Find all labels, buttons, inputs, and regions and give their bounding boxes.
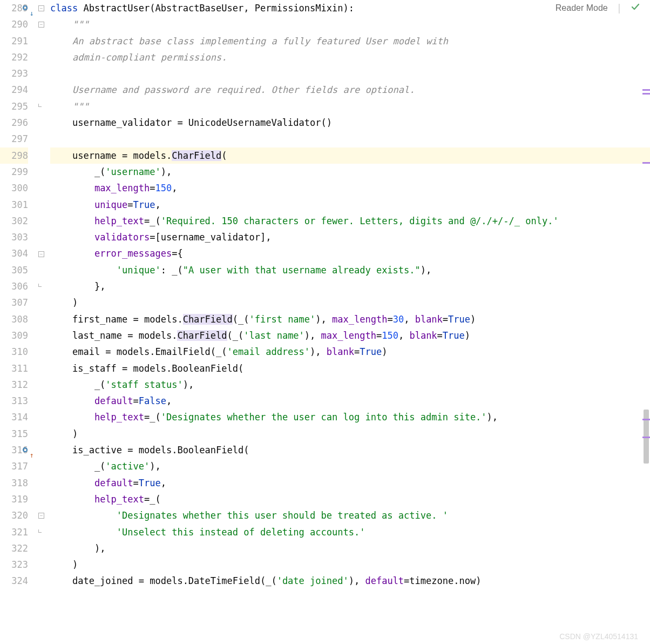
line-number[interactable]: 303: [0, 229, 28, 245]
gutter[interactable]: 2892902912922932942952962972982993003013…: [0, 0, 46, 644]
overrides-gutter-icon[interactable]: [23, 447, 28, 452]
code-token: 'Required. 150 characters or fewer. Lett…: [161, 216, 559, 226]
line-number[interactable]: 292: [0, 49, 28, 65]
code-line[interactable]: ),: [50, 540, 650, 556]
line-number[interactable]: 290: [0, 16, 28, 32]
line-number[interactable]: 296: [0, 115, 28, 131]
line-number[interactable]: 311: [0, 360, 28, 377]
fold-collapse-icon[interactable]: [38, 513, 44, 519]
line-number[interactable]: 306: [0, 278, 28, 294]
line-number[interactable]: 299: [0, 164, 28, 180]
code-line[interactable]: email = models.EmailField(_('email addre…: [50, 344, 650, 360]
code-line[interactable]: validators=[username_validator],: [50, 229, 650, 245]
code-token: CharField: [177, 330, 227, 341]
code-line[interactable]: ): [50, 294, 650, 311]
code-line[interactable]: help_text=_('Designates whether the user…: [50, 409, 650, 425]
line-number[interactable]: 305: [0, 262, 28, 278]
code-line[interactable]: default=False,: [50, 393, 650, 409]
line-number[interactable]: 308: [0, 311, 28, 327]
code-line[interactable]: max_length=150,: [50, 180, 650, 196]
code-line[interactable]: first_name = models.CharField(_('first n…: [50, 311, 650, 327]
line-number[interactable]: 307: [0, 294, 28, 311]
fold-collapse-icon[interactable]: [38, 5, 44, 11]
code-line[interactable]: _('username'),: [50, 164, 650, 180]
code-token: admin-compliant permissions.: [72, 52, 227, 63]
code-token: =: [127, 199, 133, 210]
code-line[interactable]: is_active = models.BooleanField(: [50, 442, 650, 458]
inspection-status-icon[interactable]: [631, 2, 640, 14]
code-line[interactable]: },: [50, 278, 650, 294]
code-line[interactable]: help_text=_('Required. 150 characters or…: [50, 213, 650, 229]
line-number[interactable]: 294: [0, 82, 28, 98]
line-number[interactable]: 291: [0, 33, 28, 49]
line-number[interactable]: 316: [0, 442, 28, 458]
code-line[interactable]: ): [50, 426, 650, 442]
line-number[interactable]: 293: [0, 65, 28, 82]
line-number[interactable]: 312: [0, 377, 28, 393]
line-number[interactable]: 289: [0, 0, 28, 16]
code-line[interactable]: _('staff status'),: [50, 377, 650, 393]
code-token: PermissionsMixin):: [249, 3, 354, 14]
line-number[interactable]: 323: [0, 556, 28, 573]
line-number[interactable]: 320: [0, 507, 28, 524]
code-token: ): [310, 346, 315, 357]
line-number[interactable]: 304: [0, 245, 28, 261]
code-line[interactable]: date_joined = models.DateTimeField(_('da…: [50, 573, 650, 589]
line-number[interactable]: 317: [0, 458, 28, 474]
line-number[interactable]: 302: [0, 213, 28, 229]
code-line[interactable]: 'unique': _("A user with that username a…: [50, 262, 650, 278]
line-number[interactable]: 298: [0, 147, 28, 164]
line-number[interactable]: 322: [0, 540, 28, 556]
line-number[interactable]: 313: [0, 393, 28, 409]
line-number[interactable]: 301: [0, 197, 28, 213]
implements-gutter-icon[interactable]: [23, 5, 28, 10]
line-number[interactable]: 309: [0, 327, 28, 344]
code-line[interactable]: ): [50, 556, 650, 573]
code-line[interactable]: admin-compliant permissions.: [50, 49, 650, 65]
code-line[interactable]: 'Unselect this instead of deleting accou…: [50, 524, 650, 540]
code-line[interactable]: unique=True,: [50, 197, 650, 213]
code-line[interactable]: help_text=_(: [50, 491, 650, 507]
fold-end-icon[interactable]: [38, 104, 44, 110]
line-number[interactable]: 318: [0, 475, 28, 491]
fold-collapse-icon[interactable]: [38, 251, 44, 257]
code-token: (AbstractBaseUser: [150, 3, 243, 14]
line-number[interactable]: 297: [0, 131, 28, 147]
line-number[interactable]: 324: [0, 573, 28, 589]
code-line[interactable]: error_messages={: [50, 245, 650, 261]
code-line[interactable]: default=True,: [50, 475, 650, 491]
code-line[interactable]: """: [50, 16, 650, 32]
code-line[interactable]: last_name = models.CharField(_('last nam…: [50, 327, 650, 344]
code-line[interactable]: _('active'),: [50, 458, 650, 474]
code-token: [360, 575, 365, 586]
line-number[interactable]: 295: [0, 98, 28, 115]
code-line[interactable]: is_staff = models.BooleanField(: [50, 360, 650, 377]
vertical-scrollbar[interactable]: [642, 0, 650, 644]
code-line[interactable]: [50, 65, 650, 82]
line-number[interactable]: 319: [0, 491, 28, 507]
code-token: True: [448, 314, 470, 325]
line-number[interactable]: 300: [0, 180, 28, 196]
line-number[interactable]: 321: [0, 524, 28, 540]
line-number[interactable]: 314: [0, 409, 28, 425]
reader-mode-button[interactable]: Reader Mode: [556, 3, 608, 13]
code-line[interactable]: username = models.CharField(: [50, 147, 650, 164]
code-token: max_length: [332, 314, 387, 325]
code-token: ,: [426, 265, 431, 276]
code-editor[interactable]: 2892902912922932942952962972982993003013…: [0, 0, 650, 644]
line-number[interactable]: 315: [0, 426, 28, 442]
code-token: ,: [166, 395, 172, 406]
code-line[interactable]: 'Designates whether this user should be …: [50, 507, 650, 524]
line-number[interactable]: 310: [0, 344, 28, 360]
fold-end-icon[interactable]: [38, 284, 44, 290]
code-line[interactable]: [50, 131, 650, 147]
code-token: ,: [404, 314, 409, 325]
code-line[interactable]: An abstract base class implementing a fu…: [50, 33, 650, 49]
code-line[interactable]: username_validator = UnicodeUsernameVali…: [50, 115, 650, 131]
code-line[interactable]: Username and password are required. Othe…: [50, 82, 650, 98]
fold-collapse-icon[interactable]: [38, 22, 44, 28]
code-line[interactable]: """: [50, 98, 650, 115]
fold-end-icon[interactable]: [38, 529, 44, 535]
code-area[interactable]: class AbstractUser(AbstractBaseUser, Per…: [46, 0, 650, 644]
code-token: [409, 314, 415, 325]
